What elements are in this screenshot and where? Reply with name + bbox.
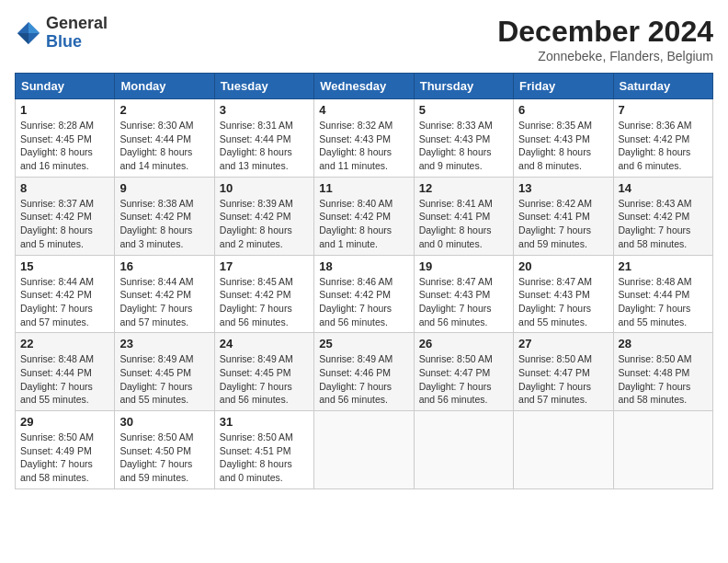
day-number: 4 xyxy=(319,103,408,117)
day-number: 1 xyxy=(20,103,109,117)
calendar-cell: 11Sunrise: 8:40 AMSunset: 4:42 PMDayligh… xyxy=(314,177,414,255)
day-info: Sunrise: 8:28 AMSunset: 4:45 PMDaylight:… xyxy=(20,119,109,173)
calendar-table: SundayMondayTuesdayWednesdayThursdayFrid… xyxy=(15,73,713,489)
day-info: Sunrise: 8:47 AMSunset: 4:43 PMDaylight:… xyxy=(518,275,608,329)
weekday-header-wednesday: Wednesday xyxy=(314,74,414,99)
day-info: Sunrise: 8:41 AMSunset: 4:41 PMDaylight:… xyxy=(419,197,508,251)
day-number: 13 xyxy=(518,181,608,195)
day-number: 19 xyxy=(419,259,508,273)
day-number: 6 xyxy=(518,103,608,117)
calendar-cell: 9Sunrise: 8:38 AMSunset: 4:42 PMDaylight… xyxy=(115,177,214,255)
calendar-cell: 21Sunrise: 8:48 AMSunset: 4:44 PMDayligh… xyxy=(613,255,712,333)
calendar-cell: 10Sunrise: 8:39 AMSunset: 4:42 PMDayligh… xyxy=(214,177,313,255)
calendar-cell: 12Sunrise: 8:41 AMSunset: 4:41 PMDayligh… xyxy=(414,177,513,255)
calendar-week-row: 15Sunrise: 8:44 AMSunset: 4:42 PMDayligh… xyxy=(16,255,713,333)
day-number: 7 xyxy=(619,103,708,117)
calendar-cell: 24Sunrise: 8:49 AMSunset: 4:45 PMDayligh… xyxy=(214,333,313,411)
day-number: 21 xyxy=(619,259,708,273)
weekday-header-saturday: Saturday xyxy=(613,74,712,99)
day-number: 29 xyxy=(20,415,109,429)
day-info: Sunrise: 8:37 AMSunset: 4:42 PMDaylight:… xyxy=(20,197,109,251)
day-info: Sunrise: 8:38 AMSunset: 4:42 PMDaylight:… xyxy=(119,197,209,251)
calendar-cell: 8Sunrise: 8:37 AMSunset: 4:42 PMDaylight… xyxy=(16,177,115,255)
day-number: 5 xyxy=(419,103,508,117)
day-info: Sunrise: 8:50 AMSunset: 4:50 PMDaylight:… xyxy=(119,431,209,485)
calendar-cell: 1Sunrise: 8:28 AMSunset: 4:45 PMDaylight… xyxy=(16,99,115,178)
day-number: 9 xyxy=(119,181,209,195)
day-info: Sunrise: 8:48 AMSunset: 4:44 PMDaylight:… xyxy=(619,275,708,329)
calendar-cell: 19Sunrise: 8:47 AMSunset: 4:43 PMDayligh… xyxy=(414,255,513,333)
logo: General Blue xyxy=(15,15,108,52)
calendar-cell: 29Sunrise: 8:50 AMSunset: 4:49 PMDayligh… xyxy=(16,411,115,489)
day-info: Sunrise: 8:31 AMSunset: 4:44 PMDaylight:… xyxy=(220,119,309,173)
calendar-cell: 14Sunrise: 8:43 AMSunset: 4:42 PMDayligh… xyxy=(613,177,712,255)
calendar-cell xyxy=(414,411,513,489)
location-subtitle: Zonnebeke, Flanders, Belgium xyxy=(497,49,713,63)
day-info: Sunrise: 8:42 AMSunset: 4:41 PMDaylight:… xyxy=(518,197,608,251)
calendar-cell: 16Sunrise: 8:44 AMSunset: 4:42 PMDayligh… xyxy=(115,255,214,333)
day-info: Sunrise: 8:46 AMSunset: 4:42 PMDaylight:… xyxy=(319,275,408,329)
day-info: Sunrise: 8:33 AMSunset: 4:43 PMDaylight:… xyxy=(419,119,508,173)
calendar-cell: 15Sunrise: 8:44 AMSunset: 4:42 PMDayligh… xyxy=(16,255,115,333)
day-number: 23 xyxy=(119,337,209,350)
day-info: Sunrise: 8:50 AMSunset: 4:47 PMDaylight:… xyxy=(518,352,608,407)
calendar-cell: 17Sunrise: 8:45 AMSunset: 4:42 PMDayligh… xyxy=(214,255,313,333)
calendar-body: 1Sunrise: 8:28 AMSunset: 4:45 PMDaylight… xyxy=(16,99,713,489)
day-number: 18 xyxy=(319,259,408,273)
day-number: 8 xyxy=(20,181,109,195)
day-number: 15 xyxy=(20,259,109,273)
weekday-header-monday: Monday xyxy=(115,74,214,99)
calendar-week-row: 8Sunrise: 8:37 AMSunset: 4:42 PMDaylight… xyxy=(16,177,713,255)
day-number: 26 xyxy=(419,337,508,350)
day-info: Sunrise: 8:43 AMSunset: 4:42 PMDaylight:… xyxy=(619,197,708,251)
day-number: 14 xyxy=(619,181,708,195)
calendar-cell: 20Sunrise: 8:47 AMSunset: 4:43 PMDayligh… xyxy=(514,255,613,333)
calendar-cell: 2Sunrise: 8:30 AMSunset: 4:44 PMDaylight… xyxy=(115,99,214,178)
day-info: Sunrise: 8:32 AMSunset: 4:43 PMDaylight:… xyxy=(319,119,408,173)
day-info: Sunrise: 8:47 AMSunset: 4:43 PMDaylight:… xyxy=(419,275,508,329)
calendar-cell: 30Sunrise: 8:50 AMSunset: 4:50 PMDayligh… xyxy=(115,411,214,489)
day-number: 12 xyxy=(419,181,508,195)
calendar-cell: 13Sunrise: 8:42 AMSunset: 4:41 PMDayligh… xyxy=(514,177,613,255)
day-number: 10 xyxy=(220,181,309,195)
calendar-week-row: 22Sunrise: 8:48 AMSunset: 4:44 PMDayligh… xyxy=(16,333,713,411)
calendar-cell: 6Sunrise: 8:35 AMSunset: 4:43 PMDaylight… xyxy=(514,99,613,178)
day-info: Sunrise: 8:49 AMSunset: 4:45 PMDaylight:… xyxy=(119,352,209,407)
day-info: Sunrise: 8:48 AMSunset: 4:44 PMDaylight:… xyxy=(20,352,109,407)
logo-icon xyxy=(15,19,42,47)
day-info: Sunrise: 8:50 AMSunset: 4:47 PMDaylight:… xyxy=(419,352,508,407)
day-info: Sunrise: 8:50 AMSunset: 4:49 PMDaylight:… xyxy=(20,431,109,485)
calendar-cell: 5Sunrise: 8:33 AMSunset: 4:43 PMDaylight… xyxy=(414,99,513,178)
day-info: Sunrise: 8:44 AMSunset: 4:42 PMDaylight:… xyxy=(119,275,209,329)
calendar-cell: 27Sunrise: 8:50 AMSunset: 4:47 PMDayligh… xyxy=(514,333,613,411)
month-title: December 2024 xyxy=(497,15,713,49)
svg-marker-1 xyxy=(28,22,40,33)
day-number: 16 xyxy=(119,259,209,273)
day-info: Sunrise: 8:49 AMSunset: 4:46 PMDaylight:… xyxy=(319,352,408,407)
calendar-cell xyxy=(613,411,712,489)
calendar-cell: 18Sunrise: 8:46 AMSunset: 4:42 PMDayligh… xyxy=(314,255,414,333)
calendar-cell: 23Sunrise: 8:49 AMSunset: 4:45 PMDayligh… xyxy=(115,333,214,411)
logo-text: General Blue xyxy=(46,15,108,52)
calendar-cell: 3Sunrise: 8:31 AMSunset: 4:44 PMDaylight… xyxy=(214,99,313,178)
weekday-header-friday: Friday xyxy=(514,74,613,99)
day-number: 27 xyxy=(518,337,608,350)
calendar-cell: 7Sunrise: 8:36 AMSunset: 4:42 PMDaylight… xyxy=(613,99,712,178)
weekday-header-thursday: Thursday xyxy=(414,74,513,99)
calendar-week-row: 29Sunrise: 8:50 AMSunset: 4:49 PMDayligh… xyxy=(16,411,713,489)
calendar-cell: 4Sunrise: 8:32 AMSunset: 4:43 PMDaylight… xyxy=(314,99,414,178)
calendar-week-row: 1Sunrise: 8:28 AMSunset: 4:45 PMDaylight… xyxy=(16,99,713,178)
weekday-header-tuesday: Tuesday xyxy=(214,74,313,99)
svg-marker-2 xyxy=(17,33,28,44)
calendar-cell: 25Sunrise: 8:49 AMSunset: 4:46 PMDayligh… xyxy=(314,333,414,411)
day-number: 3 xyxy=(220,103,309,117)
day-number: 28 xyxy=(619,337,708,350)
day-number: 31 xyxy=(220,415,309,429)
calendar-cell: 28Sunrise: 8:50 AMSunset: 4:48 PMDayligh… xyxy=(613,333,712,411)
day-info: Sunrise: 8:40 AMSunset: 4:42 PMDaylight:… xyxy=(319,197,408,251)
weekday-header-sunday: Sunday xyxy=(16,74,115,99)
calendar-cell: 26Sunrise: 8:50 AMSunset: 4:47 PMDayligh… xyxy=(414,333,513,411)
day-info: Sunrise: 8:35 AMSunset: 4:43 PMDaylight:… xyxy=(518,119,608,173)
page-header: General Blue December 2024 Zonnebeke, Fl… xyxy=(15,15,713,63)
day-number: 2 xyxy=(119,103,209,117)
